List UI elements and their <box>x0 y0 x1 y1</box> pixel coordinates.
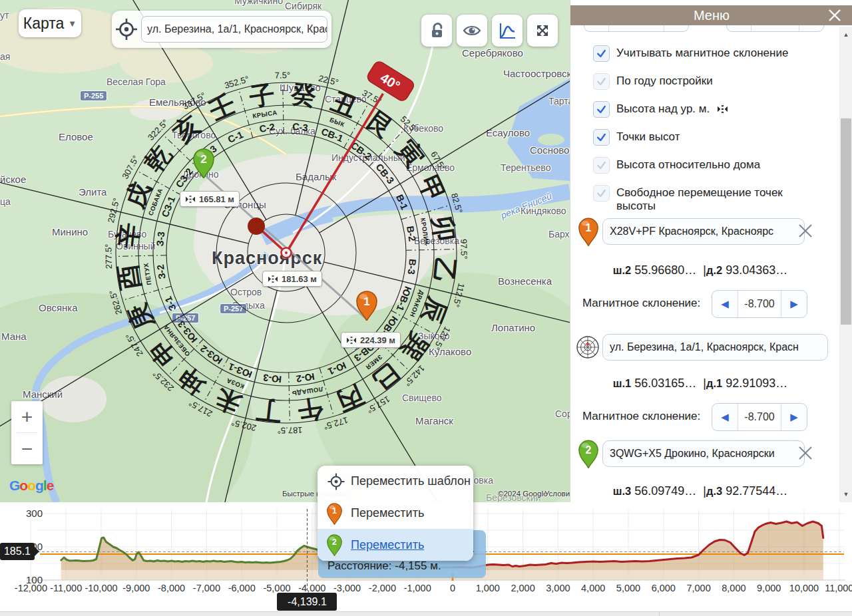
increase-declination-button[interactable]: ▶ <box>781 291 807 317</box>
lon-label: д.1 <box>706 377 722 389</box>
map-canvas[interactable]: МужичкиноСибирякутаяСеребряковоЧастоостр… <box>0 0 570 502</box>
declination-value[interactable]: -8.700 <box>738 291 781 317</box>
panel-title: Меню <box>694 8 730 23</box>
zoom-in-button[interactable]: + <box>11 401 43 432</box>
x-tick-label: 8,000 <box>722 583 746 593</box>
template-address-input[interactable]: ул. Березина, 1а/1, Красноярск, Красн <box>602 334 828 361</box>
map-marker-1[interactable]: 1 <box>356 290 377 321</box>
checkbox-label: Высота над ур. м. <box>616 101 728 116</box>
zoom-control: + − <box>11 401 43 464</box>
elevation-cursor-tooltip: 185.1 <box>0 543 35 560</box>
x-tick-label: -9,000 <box>122 583 150 593</box>
checkbox-label: Свободное перемещение точек высоты <box>616 185 803 214</box>
elevation-point-tag[interactable]: 181.63 м <box>262 271 322 287</box>
panel-header: Меню <box>570 5 852 25</box>
declination-label: Магнитное склонение: <box>582 297 700 310</box>
scrollbar-thumb[interactable] <box>841 118 851 325</box>
x-tick-label: -1,000 <box>404 583 431 593</box>
elevation-profile-button[interactable] <box>492 15 523 47</box>
address-search-input[interactable]: ул. Березина, 1а/1, Красноярск, Краснояр <box>141 16 327 43</box>
checkbox[interactable] <box>593 129 610 146</box>
crosshair-icon <box>114 17 138 41</box>
elevation-point-tag[interactable]: 165.81 м <box>180 191 240 207</box>
lat-value: 56.03165… <box>634 377 696 390</box>
map-marker-2[interactable]: 2 <box>193 148 214 178</box>
svg-text:1: 1 <box>363 295 369 308</box>
declination1-spinner: ◀ -8.700 ▶ <box>712 290 807 318</box>
checkbox-row[interactable]: По году постройки <box>593 73 813 90</box>
checkbox[interactable] <box>593 185 610 202</box>
map-type-dropdown[interactable]: Карта ▼ <box>19 9 81 37</box>
open-lock-icon <box>427 21 447 41</box>
settings-checkbox-list: Учитывать магнитное склонениеПо году пос… <box>593 45 813 225</box>
checkbox-label: Учитывать магнитное склонение <box>616 45 788 60</box>
checkbox-row[interactable]: Учитывать магнитное склонение <box>593 45 813 62</box>
decrease-declination-button[interactable]: ◀ <box>712 291 738 317</box>
lat-label: ш.3 <box>613 485 632 497</box>
x-tick-label: 6,000 <box>652 583 676 593</box>
remove-point2-icon[interactable] <box>797 444 814 462</box>
declination2-spinner: ◀ -8.700 ▶ <box>712 403 807 431</box>
copyright-text: ©2024 Google <box>498 490 547 498</box>
checkbox-row[interactable]: Свободное перемещение точек высоты <box>593 185 813 214</box>
x-tick-label: 7,000 <box>686 583 710 593</box>
checkbox-row[interactable]: Высота над ур. м. <box>593 101 813 118</box>
x-tick-label: -3,000 <box>333 583 361 593</box>
panel-scrollbar[interactable]: ▲ ▼ <box>839 27 852 502</box>
x-tick-label: 11,000 <box>825 583 852 593</box>
x-tick-label: 4,000 <box>581 583 605 593</box>
map-type-label: Карта <box>23 15 65 33</box>
app-window: { "map": { "type_button": "Карта", "sear… <box>0 0 852 616</box>
menu-item-label: Переместить <box>351 506 424 520</box>
locate-target-button[interactable] <box>112 17 141 41</box>
menu-item-move-point2[interactable]: 2 Переместить <box>318 529 473 561</box>
lat-value: 55.96680… <box>634 263 696 277</box>
x-tick-label: -8,000 <box>158 583 185 593</box>
checkbox[interactable] <box>593 45 610 62</box>
point1-address-input[interactable]: X28V+PF Красноярск, Красноярс <box>602 218 805 245</box>
zoom-out-button[interactable]: − <box>11 433 43 464</box>
point2-row: 2 3QWG+X5 Дрокино, Красноярски <box>570 440 839 471</box>
profile-curve-icon <box>497 21 517 41</box>
declination2-row: Магнитное склонение: ◀ -8.700 ▶ <box>570 403 839 431</box>
visibility-button[interactable] <box>457 15 487 47</box>
svg-text:2: 2 <box>200 153 206 166</box>
declination-value[interactable]: -8.700 <box>738 404 781 430</box>
elevation-point-tag[interactable]: 224.39 м <box>341 332 401 348</box>
lat-value: 56.09749… <box>634 484 696 498</box>
menu-item-label: Переместить шаблон <box>351 474 471 488</box>
distance-value: -4,139.1 <box>288 596 327 608</box>
lock-button[interactable] <box>421 15 452 47</box>
increase-declination-button[interactable]: ▶ <box>781 404 807 430</box>
svg-text:2: 2 <box>332 538 337 547</box>
menu-item-move-template[interactable]: Переместить шаблон <box>318 466 473 498</box>
fullscreen-button[interactable] <box>527 15 558 47</box>
lat-label: ш.1 <box>613 377 632 389</box>
elevation-value: 185.1 <box>4 545 31 557</box>
pin-1-icon: 1 <box>327 502 351 525</box>
x-tick-label: 0 <box>450 583 455 593</box>
distance-value: Расстояние: -4,155 м. <box>327 559 441 573</box>
menu-panel: Меню Учитывать магнитное склонениеПо год… <box>570 0 852 502</box>
close-icon[interactable] <box>826 7 843 24</box>
lat-label: ш.2 <box>613 264 632 276</box>
bottom-bar <box>0 611 852 616</box>
lon-value: 92.91093… <box>726 377 787 390</box>
checkbox-label: Точки высот <box>616 129 680 144</box>
point2-address-input[interactable]: 3QWG+X5 Дрокино, Красноярски <box>602 440 805 467</box>
decrease-declination-button[interactable]: ◀ <box>712 404 738 430</box>
checkbox-row[interactable]: Точки высот <box>593 129 813 146</box>
context-menu: Переместить шаблон 1 Переместить 2 Перем… <box>318 466 473 561</box>
scroll-down-arrow[interactable]: ▼ <box>839 489 852 500</box>
checkbox[interactable] <box>593 73 610 90</box>
menu-item-move-point1[interactable]: 1 Переместить <box>318 498 473 530</box>
remove-point1-icon[interactable] <box>797 222 814 239</box>
luopan-icon <box>574 334 601 361</box>
x-tick-label: -11,000 <box>50 583 82 593</box>
scroll-up-arrow[interactable]: ▲ <box>839 29 852 40</box>
declination1-row: Магнитное склонение: ◀ -8.700 ▶ <box>570 290 839 318</box>
terms-link[interactable]: Условия <box>544 490 570 498</box>
checkbox[interactable] <box>593 157 610 174</box>
checkbox-row[interactable]: Высота относительно дома <box>593 157 813 174</box>
checkbox[interactable] <box>593 101 610 118</box>
